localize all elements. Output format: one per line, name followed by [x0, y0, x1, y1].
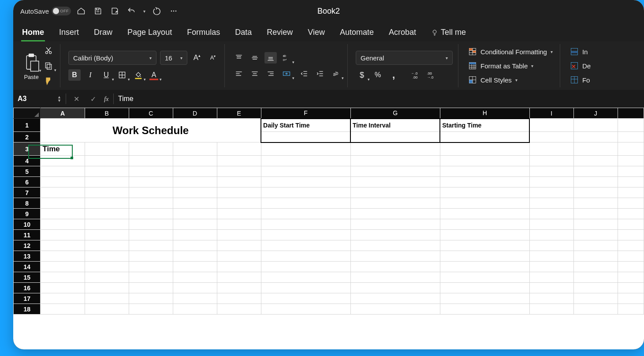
cell-F18[interactable] — [261, 304, 350, 315]
cell-C5[interactable] — [129, 166, 173, 177]
cell-F8[interactable] — [261, 198, 350, 209]
decrease-indent-icon[interactable] — [298, 68, 310, 79]
cell-C14[interactable] — [129, 262, 173, 272]
row-header-14[interactable]: 14 — [14, 262, 41, 272]
row-header-7[interactable]: 7 — [14, 187, 41, 198]
cell-C15[interactable] — [129, 272, 173, 283]
cell-J2[interactable] — [573, 132, 618, 142]
cell-F11[interactable] — [261, 230, 350, 240]
cell-H5[interactable] — [440, 166, 529, 177]
cell-C16[interactable] — [129, 283, 173, 293]
cell-C9[interactable] — [129, 209, 173, 219]
cell-I12[interactable] — [529, 240, 573, 251]
cell-E7[interactable] — [217, 187, 261, 198]
enter-icon[interactable]: ✓ — [87, 93, 100, 105]
cell-D3[interactable] — [173, 142, 217, 156]
cell-H12[interactable] — [440, 240, 529, 251]
wrap-text-icon[interactable]: abc↵▾ — [280, 52, 293, 64]
cell-F9[interactable] — [261, 209, 350, 219]
cell-D7[interactable] — [173, 187, 217, 198]
cell-E8[interactable] — [217, 198, 261, 209]
worksheet-grid[interactable]: A B C D E F G H I J 1 Work Schedule Dail… — [13, 108, 644, 349]
cell-merged-title[interactable]: Work Schedule — [41, 119, 261, 142]
row-header-8[interactable]: 8 — [14, 198, 41, 209]
cell-A6[interactable] — [41, 177, 85, 187]
font-size-select[interactable]: 16 ▾ — [160, 51, 187, 65]
format-as-table-button[interactable]: Format as Table ▾ — [466, 60, 535, 71]
row-header-11[interactable]: 11 — [14, 230, 41, 240]
cell-B10[interactable] — [85, 219, 129, 230]
row-header-18[interactable]: 18 — [14, 304, 41, 315]
cell-E18[interactable] — [217, 304, 261, 315]
cell-G18[interactable] — [350, 304, 440, 315]
cell-I7[interactable] — [529, 187, 573, 198]
cell-F3[interactable] — [261, 142, 350, 156]
cell-H2[interactable] — [440, 132, 529, 142]
col-header-extra[interactable] — [618, 108, 644, 119]
cell-D8[interactable] — [173, 198, 217, 209]
cell-J18[interactable] — [573, 304, 618, 315]
tab-data[interactable]: Data — [234, 25, 253, 41]
cell-I15[interactable] — [529, 272, 573, 283]
cell-J14[interactable] — [573, 262, 618, 272]
cell-H3[interactable] — [440, 142, 529, 156]
cell-D13[interactable] — [173, 251, 217, 262]
more-icon[interactable] — [167, 4, 180, 18]
cell-F16[interactable] — [261, 283, 350, 293]
underline-button[interactable]: U▾ — [100, 69, 112, 81]
cell-E3[interactable] — [217, 142, 261, 156]
cell-C7[interactable] — [129, 187, 173, 198]
cell-F14[interactable] — [261, 262, 350, 272]
cell-H8[interactable] — [440, 198, 529, 209]
decrease-font-icon[interactable]: A▾ — [207, 52, 219, 64]
cell-C6[interactable] — [129, 177, 173, 187]
cell-G9[interactable] — [350, 209, 440, 219]
cell-J3[interactable] — [573, 142, 618, 156]
cell-G16[interactable] — [350, 283, 440, 293]
col-header-B[interactable]: B — [85, 108, 129, 119]
cell-K4[interactable] — [618, 156, 644, 166]
cell-J5[interactable] — [573, 166, 618, 177]
cell-H11[interactable] — [440, 230, 529, 240]
decrease-decimal-icon[interactable]: .00→.0 — [426, 69, 439, 81]
cell-B3[interactable] — [85, 142, 129, 156]
cell-D9[interactable] — [173, 209, 217, 219]
cell-G15[interactable] — [350, 272, 440, 283]
name-box-spinner[interactable]: ▲▼ — [57, 95, 61, 102]
cell-F1[interactable]: Daily Start Time — [261, 119, 350, 132]
increase-decimal-icon[interactable]: ←.0.00 — [410, 69, 423, 81]
select-all-corner[interactable] — [14, 108, 41, 119]
cell-J10[interactable] — [573, 219, 618, 230]
cell-E9[interactable] — [217, 209, 261, 219]
cut-icon[interactable] — [42, 45, 55, 56]
bold-button[interactable]: B — [68, 69, 81, 81]
cell-D14[interactable] — [173, 262, 217, 272]
cell-K12[interactable] — [618, 240, 644, 251]
cell-K3[interactable] — [618, 142, 644, 156]
font-name-select[interactable]: Calibri (Body) ▾ — [68, 51, 156, 65]
cell-F17[interactable] — [261, 293, 350, 304]
cell-D18[interactable] — [173, 304, 217, 315]
row-header-3[interactable]: 3 — [14, 142, 41, 156]
copy-icon[interactable]: ▾ — [42, 60, 55, 71]
cell-I18[interactable] — [529, 304, 573, 315]
delete-cells-button[interactable]: De — [568, 60, 592, 71]
cell-A18[interactable] — [41, 304, 85, 315]
orientation-icon[interactable]: ab▾ — [330, 68, 342, 79]
cell-K9[interactable] — [618, 209, 644, 219]
col-header-G[interactable]: G — [350, 108, 440, 119]
borders-icon[interactable]: ▾ — [116, 69, 128, 81]
merge-center-icon[interactable]: ▾ — [280, 68, 293, 79]
cell-A9[interactable] — [41, 209, 85, 219]
cell-J1[interactable] — [573, 119, 618, 132]
col-header-J[interactable]: J — [573, 108, 618, 119]
cell-I8[interactable] — [529, 198, 573, 209]
cell-C11[interactable] — [129, 230, 173, 240]
cell-E10[interactable] — [217, 219, 261, 230]
row-header-12[interactable]: 12 — [14, 240, 41, 251]
cell-G10[interactable] — [350, 219, 440, 230]
cell-C4[interactable] — [129, 156, 173, 166]
cell-A17[interactable] — [41, 293, 85, 304]
cell-D5[interactable] — [173, 166, 217, 177]
align-left-icon[interactable] — [233, 68, 245, 79]
